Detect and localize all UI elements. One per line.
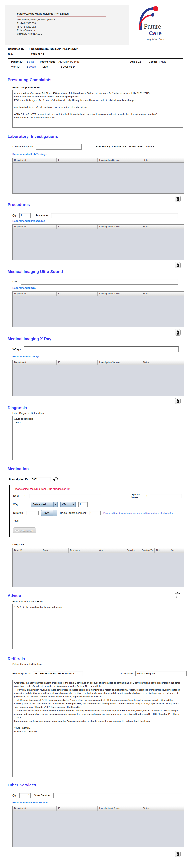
table-body-empty	[13, 811, 184, 847]
delete-lab-button[interactable]	[175, 195, 181, 202]
add-drug-button[interactable]: + Add Drug	[13, 527, 36, 533]
prescription-id-row: Prescription ID :	[9, 476, 187, 482]
visit-date-label: Date	[42, 65, 48, 68]
column-header-duration-type: Duration Type	[140, 548, 154, 553]
referred-by-value: ORITSETSETOS RAPHAEL PINNICK	[112, 145, 155, 148]
column-header-investigation-service: Investigation/Service	[97, 224, 141, 229]
column-header-status: Status	[141, 158, 184, 162]
visit-id-label: Visit ID	[11, 65, 27, 68]
referred-by-row: Reffered By : ORITSETSETOS RAPHAEL PINNI…	[96, 145, 155, 148]
patient-name-value: AKASH IYYAPPAN	[59, 60, 79, 63]
column-header-status: Status	[141, 224, 184, 229]
drug-input[interactable]	[29, 494, 101, 498]
delete-xray-button[interactable]	[175, 398, 181, 404]
colon: :	[27, 60, 28, 63]
section-title-referrals: Refferals	[8, 656, 187, 661]
xrays-input[interactable]	[24, 346, 179, 352]
add-icon: +	[15, 529, 19, 532]
complaints-label: Enter Complaints Here	[12, 86, 187, 89]
age-value: 22	[138, 60, 141, 63]
other-services-qty-input[interactable]	[19, 793, 31, 798]
recommended-xrays-link[interactable]: Recommended X-Rays	[12, 355, 187, 358]
frequency-value: OD	[62, 503, 66, 506]
uss-input[interactable]	[21, 279, 178, 285]
column-header-id: ID	[56, 291, 97, 296]
table-header: Department ID Investigation/Service Stat…	[13, 158, 184, 162]
delete-advice-button[interactable]	[175, 592, 181, 599]
complaints-textarea[interactable]: pt seen, 48hrs after taking Tab Flagyl 4…	[12, 90, 183, 128]
duration-input[interactable]	[26, 510, 39, 515]
consultation-date-value: 2025-02-14	[31, 53, 44, 56]
uss-label: USS :	[12, 280, 19, 283]
duration-unit-value: Day/s	[43, 512, 49, 514]
date-label: Date	[8, 53, 29, 56]
way-meal-select[interactable]: Before Meal ▼	[31, 502, 58, 507]
recommended-uss-link[interactable]: Recommended USS	[12, 286, 187, 289]
patient-name-label: Patient Name	[40, 60, 55, 63]
consultation-date-row: Date : 2025-02-14	[8, 53, 187, 56]
age-label: Age	[130, 60, 135, 63]
procedures-input[interactable]	[51, 213, 178, 218]
recommended-other-services-link[interactable]: Recommended Other Services	[12, 801, 187, 804]
xrays-label: X-Rays :	[12, 348, 22, 351]
diagnosis-textarea[interactable]: Acute appendicitis ?PUD	[12, 416, 183, 460]
frequency-select[interactable]: OD ▼	[60, 502, 76, 507]
referring-doctor-input[interactable]	[33, 671, 83, 677]
recommended-procedures-link[interactable]: Recommended Procedures	[12, 219, 187, 222]
delete-icon	[176, 852, 179, 856]
colon: :	[57, 60, 57, 63]
delete-other-services-button[interactable]	[175, 851, 181, 857]
recommended-lab-testings-link[interactable]: Recommended Lab Testings	[12, 153, 187, 156]
column-header-department: Department	[13, 360, 56, 365]
special-notes-input[interactable]	[150, 494, 182, 498]
delete-icon	[176, 330, 179, 335]
way-meal-value: Before Meal	[33, 503, 46, 506]
table-header: Department ID Investigation/Service Stat…	[13, 224, 184, 229]
consulted-by-row: Consulted By : Dr. ORITSETSETOS RAPHAEL …	[8, 48, 187, 50]
frequency-qty-input[interactable]	[78, 502, 88, 507]
patient-info-bar: Patient ID : 9498 Patient Name : AKASH I…	[8, 58, 183, 71]
section-title-procedures: Procedures	[8, 203, 187, 207]
patient-id-label: Patient ID	[11, 60, 27, 63]
section-title-other-services: Other Services	[8, 783, 187, 787]
column-header-id: ID	[56, 224, 97, 229]
diagnosis-label: Enter Diagnosis Details Here	[12, 412, 187, 415]
colon: :	[146, 495, 150, 497]
prescription-id-label: Prescription ID :	[9, 478, 29, 481]
refresh-prescription-button[interactable]	[53, 476, 58, 482]
lab-investigation-input[interactable]	[36, 144, 82, 150]
colon: :	[26, 503, 31, 506]
company-address: Le Chainter,Victoria,Mahe,Seychelles	[17, 18, 106, 22]
consultant-input[interactable]	[135, 671, 187, 677]
prescription-id-input[interactable]	[31, 477, 51, 482]
delete-uss-button[interactable]	[175, 329, 181, 336]
logo-tagline: Body Mind Soul	[145, 38, 164, 41]
section-title-xray: Medical Imaging X-Ray	[8, 337, 187, 341]
table-header: Drug ID Drug Fequency Way Duration Durat…	[13, 548, 184, 553]
other-services-qty-label: Qty :	[12, 794, 18, 797]
referral-letter-textarea[interactable]: Greetings, the above named patient prese…	[12, 680, 183, 777]
column-header-investigation-service: Investigation/Service	[97, 360, 141, 365]
advice-textarea[interactable]: 1. Refer to the main hospital for append…	[12, 604, 183, 649]
letterhead: Future Care by Future Holdings (Pty) Lim…	[5, 5, 182, 44]
delete-icon	[176, 263, 179, 268]
column-header-way: Way	[97, 548, 125, 553]
column-header-qty: Qty	[169, 548, 184, 553]
section-title-diagnosis: Diagnosis	[8, 406, 187, 410]
table-body-empty	[13, 296, 184, 327]
section-title-laboratory: Laboratory Investigations	[8, 134, 187, 139]
other-services-input[interactable]	[53, 793, 182, 798]
per-meal-input[interactable]	[89, 510, 101, 515]
delete-procedures-button[interactable]	[175, 262, 181, 269]
procedures-label: Procedures :	[35, 214, 50, 217]
colon: :	[136, 60, 137, 63]
fraction-note: Please add as decimal numbers when addin…	[103, 512, 173, 514]
table-header: Department ID Investigation / Service St…	[13, 806, 184, 811]
drug-list-label: Drug List	[12, 543, 187, 546]
duration-unit-select[interactable]: Day/s ▼	[41, 510, 57, 516]
drug-list-table: Drug ID Drug Fequency Way Duration Durat…	[12, 548, 184, 587]
visit-date-value: 2025-02-14	[63, 65, 75, 68]
procedures-qty-input[interactable]	[19, 213, 31, 218]
section-title-ultrasound: Medical Imaging Ultra Sound	[8, 270, 187, 274]
table-body-empty	[13, 365, 184, 396]
